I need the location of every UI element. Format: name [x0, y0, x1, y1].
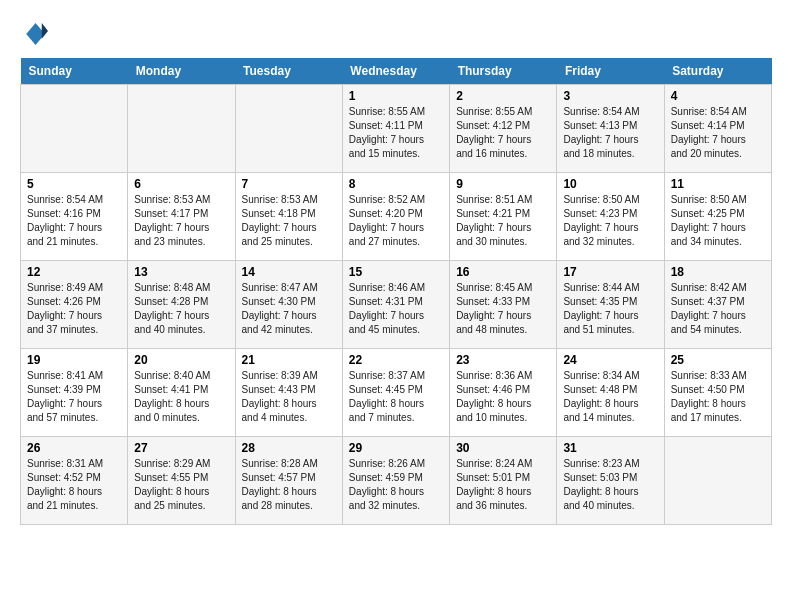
- day-info: Sunrise: 8:54 AM Sunset: 4:13 PM Dayligh…: [563, 105, 657, 161]
- day-info: Sunrise: 8:53 AM Sunset: 4:18 PM Dayligh…: [242, 193, 336, 249]
- day-info: Sunrise: 8:50 AM Sunset: 4:23 PM Dayligh…: [563, 193, 657, 249]
- day-number: 31: [563, 441, 657, 455]
- day-info: Sunrise: 8:55 AM Sunset: 4:12 PM Dayligh…: [456, 105, 550, 161]
- day-number: 9: [456, 177, 550, 191]
- calendar-cell: 19Sunrise: 8:41 AM Sunset: 4:39 PM Dayli…: [21, 349, 128, 437]
- calendar-cell: 29Sunrise: 8:26 AM Sunset: 4:59 PM Dayli…: [342, 437, 449, 525]
- day-info: Sunrise: 8:54 AM Sunset: 4:16 PM Dayligh…: [27, 193, 121, 249]
- day-number: 20: [134, 353, 228, 367]
- day-number: 7: [242, 177, 336, 191]
- calendar-cell: 9Sunrise: 8:51 AM Sunset: 4:21 PM Daylig…: [450, 173, 557, 261]
- calendar-cell: 3Sunrise: 8:54 AM Sunset: 4:13 PM Daylig…: [557, 85, 664, 173]
- calendar-cell: 26Sunrise: 8:31 AM Sunset: 4:52 PM Dayli…: [21, 437, 128, 525]
- day-number: 30: [456, 441, 550, 455]
- calendar-cell: 4Sunrise: 8:54 AM Sunset: 4:14 PM Daylig…: [664, 85, 771, 173]
- logo: [20, 20, 52, 48]
- day-number: 29: [349, 441, 443, 455]
- day-number: 27: [134, 441, 228, 455]
- calendar-cell: 1Sunrise: 8:55 AM Sunset: 4:11 PM Daylig…: [342, 85, 449, 173]
- day-info: Sunrise: 8:39 AM Sunset: 4:43 PM Dayligh…: [242, 369, 336, 425]
- day-number: 23: [456, 353, 550, 367]
- calendar-cell: [664, 437, 771, 525]
- calendar-cell: 18Sunrise: 8:42 AM Sunset: 4:37 PM Dayli…: [664, 261, 771, 349]
- calendar-cell: 22Sunrise: 8:37 AM Sunset: 4:45 PM Dayli…: [342, 349, 449, 437]
- day-number: 19: [27, 353, 121, 367]
- day-number: 12: [27, 265, 121, 279]
- day-number: 28: [242, 441, 336, 455]
- day-info: Sunrise: 8:24 AM Sunset: 5:01 PM Dayligh…: [456, 457, 550, 513]
- calendar-cell: 15Sunrise: 8:46 AM Sunset: 4:31 PM Dayli…: [342, 261, 449, 349]
- day-info: Sunrise: 8:33 AM Sunset: 4:50 PM Dayligh…: [671, 369, 765, 425]
- calendar-cell: 27Sunrise: 8:29 AM Sunset: 4:55 PM Dayli…: [128, 437, 235, 525]
- day-info: Sunrise: 8:49 AM Sunset: 4:26 PM Dayligh…: [27, 281, 121, 337]
- calendar-cell: 24Sunrise: 8:34 AM Sunset: 4:48 PM Dayli…: [557, 349, 664, 437]
- calendar-cell: 13Sunrise: 8:48 AM Sunset: 4:28 PM Dayli…: [128, 261, 235, 349]
- day-number: 10: [563, 177, 657, 191]
- day-number: 5: [27, 177, 121, 191]
- day-info: Sunrise: 8:48 AM Sunset: 4:28 PM Dayligh…: [134, 281, 228, 337]
- calendar-cell: [235, 85, 342, 173]
- day-number: 21: [242, 353, 336, 367]
- calendar-header: SundayMondayTuesdayWednesdayThursdayFrid…: [21, 58, 772, 85]
- calendar-cell: 5Sunrise: 8:54 AM Sunset: 4:16 PM Daylig…: [21, 173, 128, 261]
- logo-icon: [20, 20, 48, 48]
- calendar-cell: 16Sunrise: 8:45 AM Sunset: 4:33 PM Dayli…: [450, 261, 557, 349]
- day-number: 13: [134, 265, 228, 279]
- calendar-cell: 30Sunrise: 8:24 AM Sunset: 5:01 PM Dayli…: [450, 437, 557, 525]
- calendar-cell: 11Sunrise: 8:50 AM Sunset: 4:25 PM Dayli…: [664, 173, 771, 261]
- calendar-week-row: 26Sunrise: 8:31 AM Sunset: 4:52 PM Dayli…: [21, 437, 772, 525]
- weekday-header: Friday: [557, 58, 664, 85]
- calendar-week-row: 19Sunrise: 8:41 AM Sunset: 4:39 PM Dayli…: [21, 349, 772, 437]
- calendar-week-row: 12Sunrise: 8:49 AM Sunset: 4:26 PM Dayli…: [21, 261, 772, 349]
- day-info: Sunrise: 8:37 AM Sunset: 4:45 PM Dayligh…: [349, 369, 443, 425]
- day-info: Sunrise: 8:51 AM Sunset: 4:21 PM Dayligh…: [456, 193, 550, 249]
- day-number: 2: [456, 89, 550, 103]
- calendar-cell: 7Sunrise: 8:53 AM Sunset: 4:18 PM Daylig…: [235, 173, 342, 261]
- day-number: 22: [349, 353, 443, 367]
- day-info: Sunrise: 8:34 AM Sunset: 4:48 PM Dayligh…: [563, 369, 657, 425]
- calendar-cell: 6Sunrise: 8:53 AM Sunset: 4:17 PM Daylig…: [128, 173, 235, 261]
- day-info: Sunrise: 8:53 AM Sunset: 4:17 PM Dayligh…: [134, 193, 228, 249]
- calendar-cell: 31Sunrise: 8:23 AM Sunset: 5:03 PM Dayli…: [557, 437, 664, 525]
- weekday-row: SundayMondayTuesdayWednesdayThursdayFrid…: [21, 58, 772, 85]
- page-header: [20, 20, 772, 48]
- calendar-table: SundayMondayTuesdayWednesdayThursdayFrid…: [20, 58, 772, 525]
- day-info: Sunrise: 8:41 AM Sunset: 4:39 PM Dayligh…: [27, 369, 121, 425]
- day-info: Sunrise: 8:23 AM Sunset: 5:03 PM Dayligh…: [563, 457, 657, 513]
- svg-marker-1: [42, 23, 48, 39]
- day-info: Sunrise: 8:47 AM Sunset: 4:30 PM Dayligh…: [242, 281, 336, 337]
- calendar-cell: 12Sunrise: 8:49 AM Sunset: 4:26 PM Dayli…: [21, 261, 128, 349]
- day-number: 14: [242, 265, 336, 279]
- calendar-cell: 28Sunrise: 8:28 AM Sunset: 4:57 PM Dayli…: [235, 437, 342, 525]
- weekday-header: Monday: [128, 58, 235, 85]
- day-number: 26: [27, 441, 121, 455]
- day-number: 15: [349, 265, 443, 279]
- calendar-cell: [21, 85, 128, 173]
- weekday-header: Thursday: [450, 58, 557, 85]
- calendar-cell: 25Sunrise: 8:33 AM Sunset: 4:50 PM Dayli…: [664, 349, 771, 437]
- day-info: Sunrise: 8:55 AM Sunset: 4:11 PM Dayligh…: [349, 105, 443, 161]
- day-info: Sunrise: 8:31 AM Sunset: 4:52 PM Dayligh…: [27, 457, 121, 513]
- calendar-week-row: 5Sunrise: 8:54 AM Sunset: 4:16 PM Daylig…: [21, 173, 772, 261]
- day-number: 18: [671, 265, 765, 279]
- calendar-week-row: 1Sunrise: 8:55 AM Sunset: 4:11 PM Daylig…: [21, 85, 772, 173]
- day-number: 11: [671, 177, 765, 191]
- day-number: 16: [456, 265, 550, 279]
- day-info: Sunrise: 8:26 AM Sunset: 4:59 PM Dayligh…: [349, 457, 443, 513]
- calendar-cell: [128, 85, 235, 173]
- day-number: 17: [563, 265, 657, 279]
- day-number: 8: [349, 177, 443, 191]
- day-number: 3: [563, 89, 657, 103]
- calendar-cell: 17Sunrise: 8:44 AM Sunset: 4:35 PM Dayli…: [557, 261, 664, 349]
- day-number: 4: [671, 89, 765, 103]
- day-info: Sunrise: 8:45 AM Sunset: 4:33 PM Dayligh…: [456, 281, 550, 337]
- day-info: Sunrise: 8:36 AM Sunset: 4:46 PM Dayligh…: [456, 369, 550, 425]
- day-number: 25: [671, 353, 765, 367]
- weekday-header: Wednesday: [342, 58, 449, 85]
- weekday-header: Saturday: [664, 58, 771, 85]
- weekday-header: Sunday: [21, 58, 128, 85]
- day-info: Sunrise: 8:46 AM Sunset: 4:31 PM Dayligh…: [349, 281, 443, 337]
- calendar-cell: 8Sunrise: 8:52 AM Sunset: 4:20 PM Daylig…: [342, 173, 449, 261]
- day-info: Sunrise: 8:44 AM Sunset: 4:35 PM Dayligh…: [563, 281, 657, 337]
- day-number: 1: [349, 89, 443, 103]
